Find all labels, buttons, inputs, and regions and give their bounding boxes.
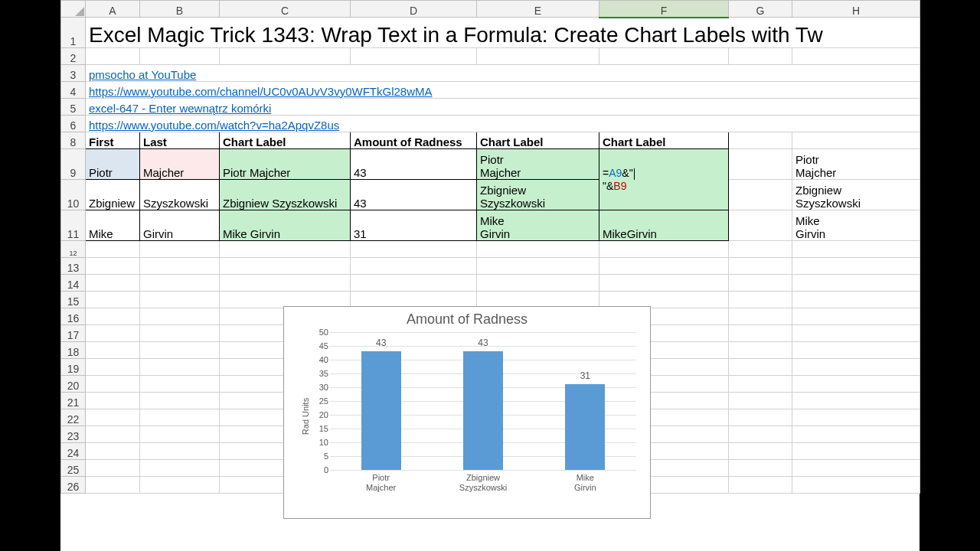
row-11[interactable]: 11 Mike Girvin Mike Girvin 31 MikeGirvin… [61,210,920,241]
column-header-H[interactable]: H [792,1,920,18]
row-header-13[interactable]: 13 [61,258,86,275]
column-headers-row: ABCDEFGH [61,1,920,18]
cell-A10[interactable]: Zbigniew [86,180,140,210]
row-header-5[interactable]: 5 [61,99,86,116]
row-header-15[interactable]: 15 [61,292,86,308]
row-9[interactable]: 9 Piotr Majcher Piotr Majcher 43 PiotrMa… [61,149,920,180]
cell-H11[interactable]: MikeGirvin [792,210,920,241]
header-chart-label[interactable]: Chart Label [220,132,351,149]
chart-y-axis: 05101520253035404550 [312,332,330,470]
column-header-A[interactable]: A [86,1,140,18]
cell-C11[interactable]: Mike Girvin [220,210,351,241]
cell-C9[interactable]: Piotr Majcher [220,149,351,180]
row-header-24[interactable]: 24 [61,443,86,460]
chart-x-label-1: ZbigniewSzyszkowski [441,473,525,492]
cell-F9-editing[interactable]: =A9&" "&B9 [599,149,729,210]
row-4[interactable]: 4https://www.youtube.com/channel/UC0v0AU… [61,82,920,99]
row-header-18[interactable]: 18 [61,342,86,359]
title-cell[interactable]: Excel Magic Trick 1343: Wrap Text in a F… [86,18,920,48]
chart-x-label-0: PiotrMajcher [339,473,423,492]
row-12[interactable]: 12 [61,241,920,258]
header-last[interactable]: Last [140,132,220,149]
chart-bar-2 [565,384,605,470]
cell-D11[interactable]: 31 [351,210,477,241]
row-3[interactable]: 3pmsocho at YouTube [61,65,920,82]
chart-bar-value-1: 43 [478,337,488,348]
chart-x-label-2: MikeGirvin [543,473,627,492]
column-header-C[interactable]: C [220,1,351,18]
cell-E11[interactable]: MikeGirvin [477,210,599,241]
header-chart-label-2[interactable]: Chart Label [477,132,599,149]
row-2[interactable]: 2 [61,48,920,65]
chart-bar-value-2: 31 [580,370,590,381]
cell-E9[interactable]: PiotrMajcher [477,149,599,180]
row-header-22[interactable]: 22 [61,409,86,426]
link-pmsocho[interactable]: pmsocho at YouTube [89,68,196,81]
chart-title: Amount of Radness [284,311,650,328]
cell-D10[interactable]: 43 [351,180,477,210]
select-all-corner[interactable] [61,1,86,18]
cell-A11[interactable]: Mike [86,210,140,241]
column-header-E[interactable]: E [477,1,599,18]
cell-D9[interactable]: 43 [351,149,477,180]
cell-F11[interactable]: MikeGirvin [599,210,729,241]
row-header-16[interactable]: 16 [61,308,86,325]
chart-y-axis-label: Rad Units [301,398,310,435]
row-header-1[interactable]: 1 [61,18,86,48]
link-excel647[interactable]: excel-647 - Enter wewnątrz komórki [89,102,271,115]
row-header-23[interactable]: 23 [61,426,86,443]
row-1[interactable]: 1 Excel Magic Trick 1343: Wrap Text in a… [61,18,920,48]
row-5[interactable]: 5excel-647 - Enter wewnątrz komórki [61,99,920,116]
row-header-4[interactable]: 4 [61,82,86,99]
cell-H9[interactable]: PiotrMajcher [792,149,920,180]
row-header-20[interactable]: 20 [61,376,86,393]
row-header-25[interactable]: 25 [61,460,86,477]
row-14[interactable]: 14 [61,275,920,292]
row-header-2[interactable]: 2 [61,48,86,65]
column-header-B[interactable]: B [140,1,220,18]
chart-bar-1 [463,351,503,470]
chart-bar-0 [361,351,401,470]
spreadsheet-area[interactable]: ABCDEFGH 1 Excel Magic Trick 1343: Wrap … [60,0,920,551]
row-6[interactable]: 6https://www.youtube.com/watch?v=ha2Apqv… [61,116,920,132]
column-header-F[interactable]: F [599,1,729,18]
chart-bar-value-0: 43 [376,337,386,348]
row-8[interactable]: 8 First Last Chart Label Amount of Radne… [61,132,920,149]
header-amount[interactable]: Amount of Radness [351,132,477,149]
link-channel[interactable]: https://www.youtube.com/channel/UC0v0AUv… [89,85,433,98]
row-header-19[interactable]: 19 [61,359,86,376]
cell-A9[interactable]: Piotr [86,149,140,180]
row-header-14[interactable]: 14 [61,275,86,292]
cell-E10[interactable]: ZbigniewSzyszkowski [477,180,599,210]
svg-marker-0 [75,7,84,16]
row-header-12[interactable]: 12 [61,241,86,258]
cell-B11[interactable]: Girvin [140,210,220,241]
cell-B9[interactable]: Majcher [140,149,220,180]
row-header-21[interactable]: 21 [61,393,86,409]
column-header-G[interactable]: G [729,1,792,18]
row-header-9[interactable]: 9 [61,149,86,180]
link-watch[interactable]: https://www.youtube.com/watch?v=ha2ApqvZ… [89,119,339,132]
header-first[interactable]: First [86,132,140,149]
row-header-26[interactable]: 26 [61,477,86,494]
cell-C10[interactable]: Zbigniew Szyszkowski [220,180,351,210]
chart-plot-area: 434331 [330,332,636,470]
header-chart-label-3[interactable]: Chart Label [599,132,729,149]
row-header-17[interactable]: 17 [61,325,86,342]
column-header-D[interactable]: D [351,1,477,18]
row-13[interactable]: 13 [61,258,920,275]
row-header-8[interactable]: 8 [61,132,86,149]
cell-H10[interactable]: ZbigniewSzyszkowski [792,180,920,210]
row-10[interactable]: 10 Zbigniew Szyszkowski Zbigniew Szyszko… [61,180,920,210]
chart-x-labels: PiotrMajcherZbigniewSzyszkowskiMikeGirvi… [330,473,636,502]
chart-amount-of-radness[interactable]: Amount of Radness Rad Units 051015202530… [283,306,651,519]
cell-B10[interactable]: Szyszkowski [140,180,220,210]
row-header-10[interactable]: 10 [61,180,86,210]
row-header-6[interactable]: 6 [61,116,86,132]
row-header-3[interactable]: 3 [61,65,86,82]
row-header-11[interactable]: 11 [61,210,86,241]
